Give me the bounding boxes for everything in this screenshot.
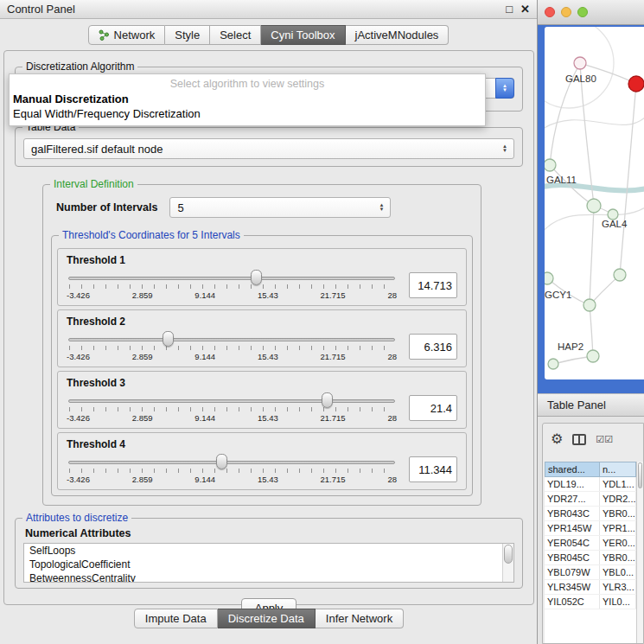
node-label: GAL80 <box>565 73 596 84</box>
tick-label: 21.715 <box>321 413 346 423</box>
tick-label: -3.426 <box>67 290 90 300</box>
attributes-group: Attributes to discretize Numerical Attri… <box>15 518 523 589</box>
tab-cyni-toolbox[interactable]: Cyni Toolbox <box>261 25 345 45</box>
table-cell: YBL079W <box>545 565 600 579</box>
select-columns-checkboxes-icon[interactable]: ☑☑ <box>596 434 613 445</box>
table-row[interactable]: YLR345WYLR3... <box>545 580 636 595</box>
tab-discretize-data[interactable]: Discretize Data <box>218 609 316 628</box>
threshold-panel-2: Threshold 2 -3.4262.8599.14415.4321.7152… <box>57 309 467 367</box>
slider-tick-labels: -3.4262.8599.14415.4321.71528 <box>67 413 397 423</box>
tick-label: 9.144 <box>194 290 215 300</box>
table-cell: YLR345W <box>545 580 600 594</box>
tick-label: 21.715 <box>321 352 346 361</box>
table-row[interactable]: YPR145WYPR1... <box>545 521 636 536</box>
list-item[interactable]: BetweennessCentrality <box>24 571 513 583</box>
combo-arrows-icon[interactable]: ▲▼ <box>496 144 513 153</box>
table-row[interactable]: YBL079WYBL0... <box>545 565 636 580</box>
numerical-attributes-label: Numerical Attributes <box>25 527 514 539</box>
network-node[interactable] <box>614 269 626 281</box>
slider-tick-labels: -3.4262.8599.14415.4321.71528 <box>67 475 397 484</box>
threshold-slider[interactable]: -3.4262.8599.14415.4321.71528 <box>67 328 397 365</box>
network-node[interactable] <box>587 350 599 362</box>
list-item[interactable]: TopologicalCoefficient <box>24 558 513 571</box>
close-traffic-light-icon[interactable] <box>545 7 555 17</box>
numerical-attributes-list[interactable]: SelfLoopsTopologicalCoefficientBetweenne… <box>23 543 514 583</box>
table-row[interactable]: YER054CYER0... <box>545 536 636 551</box>
popup-item-equal-width-frequency[interactable]: Equal Width/Frequency Discretization <box>10 106 485 121</box>
table-cell: YIL0... <box>600 595 636 609</box>
list-scrollbar[interactable] <box>502 544 513 582</box>
table-row[interactable]: YBR043CYBR0... <box>545 507 636 521</box>
number-of-intervals-spinner[interactable]: 5 ▲▼ <box>169 197 391 218</box>
column-header[interactable]: shared... <box>545 462 600 477</box>
tab-label: Discretize Data <box>228 612 304 625</box>
slider-thumb[interactable] <box>163 331 174 347</box>
column-header[interactable]: n... <box>600 462 636 477</box>
threshold-value-field[interactable]: 21.4 <box>409 395 457 421</box>
tab-style[interactable]: Style <box>165 25 210 45</box>
minimize-traffic-light-icon[interactable] <box>561 7 571 17</box>
slider-thumb[interactable] <box>322 392 333 408</box>
spinner-arrows-icon[interactable]: ▲▼ <box>373 203 390 212</box>
slider-thumb[interactable] <box>251 270 262 285</box>
network-node[interactable] <box>574 57 586 69</box>
slider-thumb[interactable] <box>216 454 227 469</box>
group-label: Attributes to discretize <box>22 512 131 524</box>
tick-label: 9.144 <box>194 352 215 361</box>
network-node[interactable] <box>583 299 596 311</box>
threshold-slider[interactable]: -3.4262.8599.14415.4321.71528 <box>67 267 397 303</box>
table-data-combobox[interactable]: galFiltered.sif default node ▲▼ <box>23 138 514 159</box>
zoom-traffic-light-icon[interactable] <box>577 7 588 17</box>
threshold-value-field[interactable]: 6.316 <box>409 334 457 360</box>
node-label: GAL11 <box>546 175 577 185</box>
tick-label: 28 <box>387 352 397 361</box>
scrollbar-thumb[interactable] <box>638 462 642 488</box>
threshold-slider[interactable]: -3.4262.8599.14415.4321.71528 <box>67 451 397 488</box>
tab-infer-network[interactable]: Infer Network <box>316 609 404 628</box>
table-row[interactable]: YIL052CYIL0... <box>545 595 636 609</box>
table-cell: YBR045C <box>545 551 600 564</box>
tick-label: 9.144 <box>194 413 215 423</box>
table-scrollbar[interactable] <box>636 462 643 643</box>
slider-ticks <box>69 469 394 473</box>
network-node[interactable] <box>545 272 553 284</box>
network-node[interactable] <box>587 199 601 213</box>
tab-label: Network <box>114 29 156 41</box>
tab-impute-data[interactable]: Impute Data <box>134 609 218 628</box>
scrollbar-thumb[interactable] <box>504 545 513 564</box>
tab-jactivemnodules[interactable]: jActiveMNodules <box>346 25 450 45</box>
float-window-icon[interactable]: □ <box>506 3 513 15</box>
table-panel-titlebar: Table Panel <box>538 393 644 417</box>
network-node[interactable] <box>548 359 558 369</box>
list-item[interactable]: SelfLoops <box>24 544 513 558</box>
gear-icon[interactable]: ⚙ <box>551 432 563 446</box>
threshold-slider[interactable]: -3.4262.8599.14415.4321.71528 <box>67 390 397 426</box>
network-canvas[interactable]: GAL80 GAL11 GAL4 GCY1 HAP2 <box>545 27 644 379</box>
combo-stepper-icon[interactable]: ▲▼ <box>495 78 514 99</box>
group-label: Discretization Algorithm <box>22 61 137 73</box>
tab-select[interactable]: Select <box>210 25 261 45</box>
threshold-panel-4: Threshold 4 -3.4262.8599.14415.4321.7152… <box>57 432 467 490</box>
popup-item-manual-discretization[interactable]: Manual Discretization <box>10 92 485 106</box>
table-row[interactable]: YBR045CYBR0... <box>545 551 636 565</box>
node-table[interactable]: shared... n... YDL19...YDL1...YDR27...YD… <box>545 462 636 643</box>
table-cell: YDR27... <box>545 492 600 506</box>
table-cell: YLR3... <box>600 580 636 594</box>
table-cell: YDL19... <box>545 477 600 491</box>
table-row[interactable]: YDR27...YDR2... <box>545 492 636 507</box>
table-cell: YPR1... <box>600 521 636 535</box>
node-label: GCY1 <box>545 290 571 300</box>
slider-track <box>68 338 395 341</box>
slider-ticks <box>69 284 394 289</box>
table-row[interactable]: YDL19...YDL1... <box>545 477 636 492</box>
selected-network-node[interactable] <box>628 76 644 92</box>
threshold-value-field[interactable]: 14.713 <box>409 272 457 298</box>
group-label: Interval Definition <box>50 178 137 190</box>
table-panel-title: Table Panel <box>547 399 606 411</box>
network-node[interactable] <box>545 159 556 171</box>
table-data-group: Table Data galFiltered.sif default node … <box>15 127 523 167</box>
close-icon[interactable]: ✕ <box>520 3 530 15</box>
tab-network[interactable]: Network <box>88 25 166 45</box>
threshold-value-field[interactable]: 11.344 <box>409 456 457 482</box>
columns-icon[interactable] <box>572 434 586 445</box>
